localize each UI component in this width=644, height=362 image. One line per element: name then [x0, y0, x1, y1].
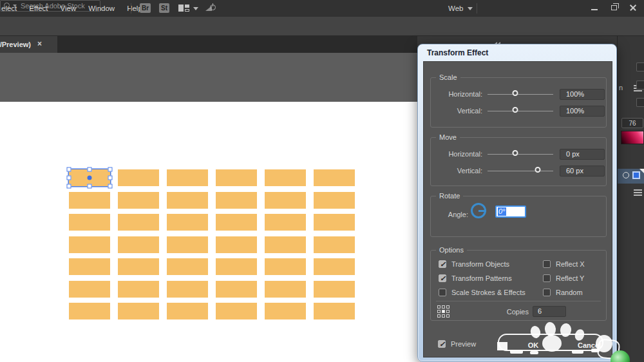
arrange-documents-icon[interactable]	[178, 5, 189, 12]
slider-thumb[interactable]	[512, 90, 518, 96]
copies-input[interactable]: 6	[533, 306, 566, 317]
slider-track[interactable]	[488, 154, 553, 155]
option-row: Transform Objects	[439, 257, 526, 271]
artwork-rectangle[interactable]	[216, 281, 257, 298]
value-field[interactable]: 60 px	[560, 166, 605, 176]
selection-handle[interactable]	[108, 176, 113, 180]
transform-patterns-checkbox[interactable]	[439, 274, 446, 282]
artwork-rectangle[interactable]	[216, 303, 257, 319]
artwork-rectangle[interactable]	[216, 236, 257, 253]
selection-handle[interactable]	[67, 184, 71, 189]
artwork-rectangle[interactable]	[69, 214, 110, 231]
tab-close-icon[interactable]: ×	[37, 40, 42, 48]
artwork-rectangle[interactable]	[314, 169, 355, 186]
artwork-rectangle[interactable]	[265, 303, 306, 319]
slider-thumb[interactable]	[512, 150, 518, 156]
slider-track[interactable]	[488, 171, 553, 171]
artwork-rectangle[interactable]	[118, 236, 159, 253]
slider-thumb[interactable]	[535, 167, 540, 173]
checkbox-label: Reflect X	[556, 260, 585, 268]
artwork-rectangle[interactable]	[69, 258, 110, 275]
appearance-row[interactable]	[618, 169, 644, 184]
value-field[interactable]: 0 px	[560, 149, 605, 160]
artwork-rectangle[interactable]	[69, 303, 110, 319]
selection-handle[interactable]	[88, 167, 92, 172]
reflect-y-checkbox[interactable]	[543, 274, 551, 282]
document-profile-dropdown[interactable]: Web	[448, 5, 463, 12]
artwork-rectangle[interactable]	[69, 236, 110, 253]
menu-item-window[interactable]: Window	[88, 5, 115, 12]
random-checkbox[interactable]	[543, 289, 551, 296]
selection-handle[interactable]	[88, 184, 92, 189]
sync-settings-icon[interactable]	[205, 4, 216, 12]
scale-group: Scale Horizontal:100%Vertical:100%	[430, 77, 607, 128]
close-button[interactable]	[625, 1, 641, 14]
artwork-rectangle[interactable]	[118, 169, 159, 186]
artwork-rectangle[interactable]	[167, 258, 208, 275]
menu-items: electEffectViewWindowHelp	[1, 0, 142, 17]
graphic-styles-panel-button[interactable]: St	[159, 3, 169, 13]
preview-checkbox[interactable]	[438, 340, 446, 348]
gradient-swatch[interactable]	[621, 131, 644, 144]
artwork-rectangle[interactable]	[314, 236, 355, 253]
slider-track[interactable]	[488, 111, 553, 111]
value-field[interactable]: 100%	[560, 106, 605, 117]
panel-menu-icon[interactable]	[634, 189, 642, 191]
selection-handle[interactable]	[67, 167, 71, 172]
scale-strokes-effects-checkbox[interactable]	[439, 289, 446, 296]
artwork-rectangle[interactable]	[265, 281, 306, 298]
artwork-rectangle[interactable]	[216, 258, 257, 275]
chevron-down-icon[interactable]	[468, 7, 473, 10]
artwork-rectangle[interactable]	[69, 281, 110, 298]
reference-point-locator[interactable]	[437, 305, 450, 318]
slider-thumb[interactable]	[512, 107, 518, 113]
slider-label: Horizontal:	[436, 90, 482, 98]
slider-track[interactable]	[488, 94, 553, 95]
selection-handle[interactable]	[108, 167, 113, 172]
reflect-x-checkbox[interactable]	[543, 260, 551, 268]
artwork-rectangle[interactable]	[69, 192, 110, 209]
artwork-rectangle[interactable]	[167, 192, 208, 209]
artwork-rectangle[interactable]	[118, 214, 159, 231]
artwork-rectangle[interactable]	[314, 192, 355, 209]
chevron-down-icon[interactable]	[193, 7, 198, 10]
center-point[interactable]	[88, 176, 92, 180]
artwork-rectangle[interactable]	[216, 214, 257, 231]
minimize-button[interactable]	[586, 1, 603, 14]
menu-item-view[interactable]: View	[61, 5, 77, 12]
artwork-rectangle[interactable]	[118, 281, 159, 298]
angle-dial[interactable]	[471, 203, 486, 218]
restore-button[interactable]	[605, 1, 622, 14]
brushes-panel-button[interactable]: Br	[140, 3, 151, 13]
selected-rectangle[interactable]	[69, 169, 110, 186]
artwork-rectangle[interactable]	[167, 169, 208, 186]
artwork-rectangle[interactable]	[265, 236, 306, 253]
artwork-rectangle[interactable]	[167, 303, 208, 319]
transform-objects-checkbox[interactable]	[439, 260, 446, 268]
hidden-value-field[interactable]: 76	[621, 118, 643, 128]
artwork-rectangle[interactable]	[314, 214, 355, 231]
artwork-rectangle[interactable]	[216, 169, 257, 186]
artwork-rectangle[interactable]	[265, 258, 306, 275]
artwork-rectangle[interactable]	[118, 303, 159, 319]
document-tab[interactable]: (/Preview) ×	[0, 36, 57, 53]
artwork-rectangle[interactable]	[118, 192, 159, 209]
artwork-rectangle[interactable]	[216, 192, 257, 209]
selection-handle[interactable]	[67, 176, 71, 180]
document-tab-title: (/Preview)	[0, 41, 31, 48]
artwork-rectangle[interactable]	[118, 258, 159, 275]
artwork-rectangle[interactable]	[167, 236, 208, 253]
value-field[interactable]: 100%	[560, 89, 605, 100]
artwork-rectangle[interactable]	[314, 303, 355, 319]
artwork-rectangle[interactable]	[265, 192, 306, 209]
artwork-rectangle[interactable]	[167, 281, 208, 298]
artwork-rectangle[interactable]	[314, 258, 355, 275]
artwork-rectangle[interactable]	[314, 281, 355, 298]
angle-input[interactable]: 0°	[495, 205, 526, 218]
selection-handle[interactable]	[108, 184, 113, 189]
artwork-rectangle[interactable]	[167, 214, 208, 231]
artwork-rectangle[interactable]	[265, 214, 306, 231]
preview-label: Preview	[451, 340, 476, 348]
menu-item-effect[interactable]: Effect	[29, 5, 48, 12]
artwork-rectangle[interactable]	[265, 169, 306, 186]
